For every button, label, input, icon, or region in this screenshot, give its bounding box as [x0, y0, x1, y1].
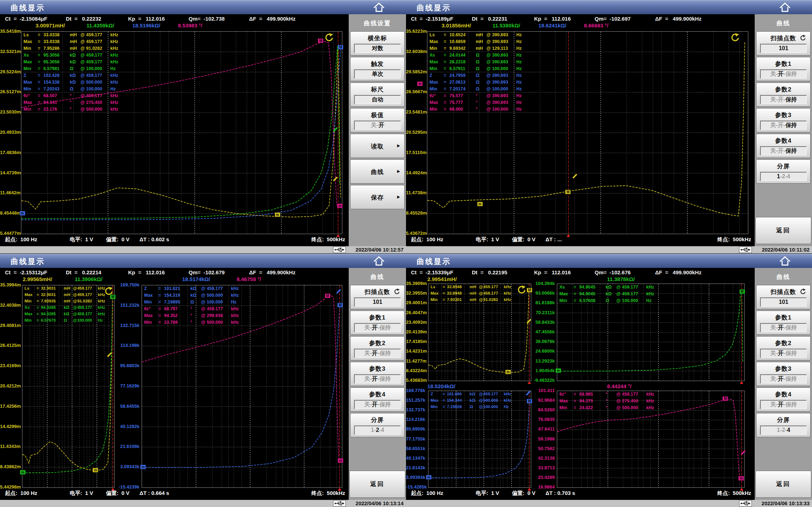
legend-cell: Z: [431, 392, 443, 396]
legend-cell: Min: [23, 46, 38, 51]
trace-marker-M[interactable]: M: [565, 190, 571, 194]
legend-row: θz°=68.797°@459.177kHz: [144, 306, 242, 313]
cursor-triangle-icon: [740, 381, 743, 384]
value-segment: 单次: [372, 71, 383, 77]
param3-button[interactable]: 参数3关-开-保持: [756, 108, 811, 132]
home-icon[interactable]: [373, 255, 385, 267]
trace-marker-m[interactable]: m: [275, 212, 280, 217]
home-icon[interactable]: [779, 2, 791, 13]
trace-marker-M[interactable]: M: [338, 45, 343, 49]
trace-marker-M[interactable]: M: [722, 396, 728, 401]
trace-marker-M[interactable]: M: [527, 288, 532, 292]
y-axis-label: 3.09343k: [115, 464, 139, 469]
home-icon[interactable]: [373, 2, 385, 13]
legend-cell: 6.57911: [449, 66, 476, 71]
trace-marker-M[interactable]: M: [325, 294, 331, 298]
legend-cell: 32.9031: [41, 292, 64, 297]
save-button[interactable]: 保存►: [350, 185, 405, 209]
legend-cell: =: [38, 107, 43, 112]
legend-cell: 75.777: [449, 100, 476, 105]
trace-marker-M[interactable]: M: [527, 399, 532, 403]
sweep-footer-item: 偏置: 0 V: [512, 490, 536, 497]
legend-cell: Max: [23, 80, 38, 85]
trace-marker-M[interactable]: M: [739, 289, 745, 294]
split-screen-button[interactable]: 分屏1-2-4: [756, 159, 811, 184]
sweep-points-button[interactable]: 扫描点数101: [350, 285, 405, 309]
legend-row: Min=6.57670Ω@100.000Hz: [25, 318, 107, 324]
curve-button[interactable]: 曲线►: [350, 159, 405, 184]
circular-arrow-icon: [517, 285, 526, 295]
legend-cell: mH: [64, 286, 73, 290]
legend-row: Max=95.3056kΩ@459.177kHz: [23, 59, 122, 66]
trace-marker-m[interactable]: m: [555, 368, 561, 373]
legend-row: Max=32.9031mH@459.177kHz: [25, 292, 107, 299]
y-axis-label: 29.4001m: [406, 300, 425, 305]
trace-marker-m[interactable]: m: [477, 202, 483, 206]
split-screen-button[interactable]: 分屏1-2-4: [350, 413, 405, 437]
extremes-button[interactable]: 极值关-开: [350, 108, 405, 132]
trace-marker-m[interactable]: m: [338, 458, 343, 463]
trace-marker-m[interactable]: m: [738, 476, 744, 481]
legend-row: Min=23.176°@500.000kHz: [23, 107, 122, 113]
trace-marker-M[interactable]: M: [337, 303, 343, 307]
trigger-button[interactable]: 触发单次: [350, 57, 405, 81]
trace-marker-m[interactable]: m: [337, 204, 343, 208]
legend-cell: 390.693: [492, 59, 516, 64]
trace-marker-m[interactable]: m: [140, 465, 146, 469]
param1-button[interactable]: 参数1关-开-保持: [756, 57, 811, 81]
back-button[interactable]: 返回: [349, 471, 405, 498]
legend-cell: °: [476, 93, 486, 98]
param1-button[interactable]: 参数1关-开-保持: [756, 311, 811, 335]
trace-marker-m[interactable]: m: [505, 370, 511, 374]
legend-cell: =: [37, 305, 41, 310]
home-icon[interactable]: [779, 255, 791, 267]
home-icon-svg: [373, 2, 385, 13]
sweep-points-button[interactable]: 扫描点数101: [756, 285, 811, 309]
legend-cell: kHz: [110, 100, 122, 105]
legend-cell: =: [38, 73, 43, 78]
trace-marker-m[interactable]: m: [417, 81, 423, 86]
circular-arrow-icon: [324, 33, 333, 42]
ruler-button[interactable]: 标尺自动: [350, 83, 405, 107]
legend-row: Min=66.000°@100.000Hz: [429, 107, 528, 113]
legend-cell: @: [486, 46, 492, 51]
x-axis-button[interactable]: 横坐标对数: [350, 31, 405, 56]
legend-cell: 390.693: [492, 53, 516, 58]
menu-item-label: 返回: [756, 480, 811, 488]
scale-per-div-label: 18.5174kΩ/: [182, 276, 210, 282]
value-segment: 101: [373, 299, 383, 305]
split-screen-button[interactable]: 分屏1-2-4: [756, 413, 811, 437]
trace-marker-M[interactable]: M: [318, 38, 323, 43]
param2-button[interactable]: 参数2关-开-保持: [756, 336, 811, 360]
legend-cell: =: [443, 405, 447, 409]
param3-button[interactable]: 参数3关-开-保持: [350, 362, 405, 386]
trace-marker-m[interactable]: m: [20, 211, 25, 216]
y-axis-label: 114.216k: [406, 417, 425, 422]
value-segment: 关-开-: [770, 96, 786, 102]
legend-cell: 459.177: [86, 39, 110, 44]
trace-marker-m[interactable]: m: [20, 470, 26, 475]
legend-cell: 459.177: [207, 306, 231, 311]
y-axis-label: 40.1282k: [115, 424, 139, 429]
param1-button[interactable]: 参数1关-开-保持: [350, 311, 405, 335]
param2-button[interactable]: 参数2关-开-保持: [756, 83, 811, 107]
stat-readout: ΔF = 499.900kHz: [655, 269, 701, 275]
legend-cell: 275.450: [86, 100, 110, 105]
param2-button[interactable]: 参数2关-开-保持: [350, 336, 405, 360]
menu-item-label: 参数1: [756, 60, 810, 68]
trace-marker-m[interactable]: m: [426, 475, 432, 480]
param3-button[interactable]: 参数3关-开-保持: [756, 362, 811, 386]
legend-cell: 459.177: [622, 392, 646, 397]
value-box: 关-开-保持: [760, 121, 807, 130]
sweep-footer-item: 电平: 1 V: [70, 490, 93, 497]
trace-marker-m[interactable]: m: [93, 468, 98, 472]
back-button[interactable]: 返回: [755, 471, 811, 498]
back-button[interactable]: 返回: [755, 217, 811, 244]
read-button[interactable]: 读取►: [350, 134, 405, 158]
sweep-footer-item: ΔT : 0.703 s: [545, 490, 575, 496]
legend-cell: Ls: [23, 32, 38, 37]
param4-button[interactable]: 参数4关-开-保持: [350, 387, 405, 412]
sweep-points-button[interactable]: 扫描点数101: [756, 31, 811, 56]
param4-button[interactable]: 参数4关-开-保持: [756, 387, 811, 412]
param4-button[interactable]: 参数4关-开-保持: [756, 134, 811, 158]
